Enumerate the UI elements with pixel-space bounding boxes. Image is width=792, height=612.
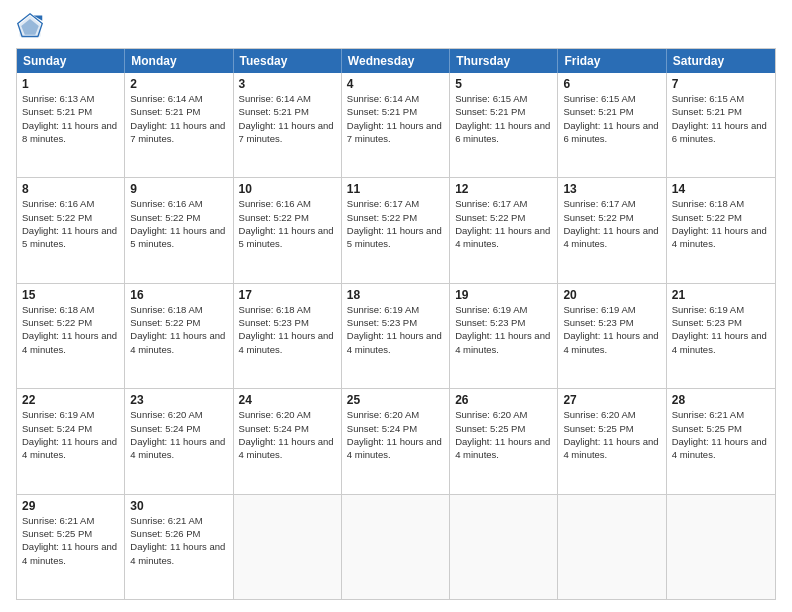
sunrise-line: Sunrise: 6:18 AM [672, 197, 770, 210]
sunset-line: Sunset: 5:21 PM [239, 105, 336, 118]
cal-day-cell-12: 12 Sunrise: 6:17 AM Sunset: 5:22 PM Dayl… [450, 178, 558, 282]
daylight-label: Daylight: 11 hours and 4 minutes. [455, 224, 552, 251]
cal-header-day-saturday: Saturday [667, 49, 775, 73]
daylight-label: Daylight: 11 hours and 4 minutes. [563, 435, 660, 462]
sunset-line: Sunset: 5:26 PM [130, 527, 227, 540]
sunrise-line: Sunrise: 6:19 AM [22, 408, 119, 421]
calendar: SundayMondayTuesdayWednesdayThursdayFrid… [16, 48, 776, 600]
day-number: 26 [455, 393, 552, 407]
daylight-label: Daylight: 11 hours and 4 minutes. [455, 435, 552, 462]
cal-header-day-friday: Friday [558, 49, 666, 73]
day-number: 28 [672, 393, 770, 407]
day-number: 15 [22, 288, 119, 302]
daylight-label: Daylight: 11 hours and 4 minutes. [130, 540, 227, 567]
cal-header-day-sunday: Sunday [17, 49, 125, 73]
sunrise-line: Sunrise: 6:21 AM [22, 514, 119, 527]
sunrise-line: Sunrise: 6:16 AM [22, 197, 119, 210]
day-number: 8 [22, 182, 119, 196]
daylight-label: Daylight: 11 hours and 4 minutes. [239, 329, 336, 356]
sunset-line: Sunset: 5:23 PM [563, 316, 660, 329]
day-number: 9 [130, 182, 227, 196]
sunrise-line: Sunrise: 6:15 AM [455, 92, 552, 105]
daylight-label: Daylight: 11 hours and 4 minutes. [672, 435, 770, 462]
cal-day-cell-25: 25 Sunrise: 6:20 AM Sunset: 5:24 PM Dayl… [342, 389, 450, 493]
sunrise-line: Sunrise: 6:16 AM [130, 197, 227, 210]
day-number: 21 [672, 288, 770, 302]
day-number: 17 [239, 288, 336, 302]
sunrise-line: Sunrise: 6:21 AM [130, 514, 227, 527]
cal-day-cell-28: 28 Sunrise: 6:21 AM Sunset: 5:25 PM Dayl… [667, 389, 775, 493]
sunset-line: Sunset: 5:22 PM [563, 211, 660, 224]
sunrise-line: Sunrise: 6:20 AM [239, 408, 336, 421]
cal-day-cell-16: 16 Sunrise: 6:18 AM Sunset: 5:22 PM Dayl… [125, 284, 233, 388]
sunset-line: Sunset: 5:22 PM [22, 211, 119, 224]
daylight-label: Daylight: 11 hours and 6 minutes. [672, 119, 770, 146]
cal-day-cell-13: 13 Sunrise: 6:17 AM Sunset: 5:22 PM Dayl… [558, 178, 666, 282]
cal-day-cell-5: 5 Sunrise: 6:15 AM Sunset: 5:21 PM Dayli… [450, 73, 558, 177]
sunset-line: Sunset: 5:24 PM [347, 422, 444, 435]
sunrise-line: Sunrise: 6:19 AM [347, 303, 444, 316]
cal-week-row-1: 1 Sunrise: 6:13 AM Sunset: 5:21 PM Dayli… [17, 73, 775, 178]
day-number: 7 [672, 77, 770, 91]
sunrise-line: Sunrise: 6:19 AM [563, 303, 660, 316]
cal-day-cell-26: 26 Sunrise: 6:20 AM Sunset: 5:25 PM Dayl… [450, 389, 558, 493]
daylight-label: Daylight: 11 hours and 8 minutes. [22, 119, 119, 146]
cal-header-day-monday: Monday [125, 49, 233, 73]
cal-day-cell-24: 24 Sunrise: 6:20 AM Sunset: 5:24 PM Dayl… [234, 389, 342, 493]
day-number: 24 [239, 393, 336, 407]
day-number: 30 [130, 499, 227, 513]
daylight-label: Daylight: 11 hours and 4 minutes. [563, 224, 660, 251]
daylight-label: Daylight: 11 hours and 4 minutes. [455, 329, 552, 356]
sunrise-line: Sunrise: 6:15 AM [563, 92, 660, 105]
day-number: 5 [455, 77, 552, 91]
day-number: 4 [347, 77, 444, 91]
cal-empty-cell [234, 495, 342, 599]
sunrise-line: Sunrise: 6:20 AM [347, 408, 444, 421]
daylight-label: Daylight: 11 hours and 4 minutes. [130, 435, 227, 462]
day-number: 19 [455, 288, 552, 302]
sunset-line: Sunset: 5:23 PM [455, 316, 552, 329]
cal-day-cell-15: 15 Sunrise: 6:18 AM Sunset: 5:22 PM Dayl… [17, 284, 125, 388]
cal-empty-cell [450, 495, 558, 599]
sunrise-line: Sunrise: 6:19 AM [455, 303, 552, 316]
page: SundayMondayTuesdayWednesdayThursdayFrid… [0, 0, 792, 612]
sunset-line: Sunset: 5:22 PM [239, 211, 336, 224]
sunrise-line: Sunrise: 6:14 AM [347, 92, 444, 105]
daylight-label: Daylight: 11 hours and 5 minutes. [130, 224, 227, 251]
cal-week-row-5: 29 Sunrise: 6:21 AM Sunset: 5:25 PM Dayl… [17, 495, 775, 599]
daylight-label: Daylight: 11 hours and 4 minutes. [22, 435, 119, 462]
daylight-label: Daylight: 11 hours and 7 minutes. [130, 119, 227, 146]
sunset-line: Sunset: 5:25 PM [455, 422, 552, 435]
daylight-label: Daylight: 11 hours and 4 minutes. [22, 329, 119, 356]
day-number: 12 [455, 182, 552, 196]
cal-header-day-thursday: Thursday [450, 49, 558, 73]
cal-empty-cell [342, 495, 450, 599]
day-number: 13 [563, 182, 660, 196]
day-number: 14 [672, 182, 770, 196]
sunset-line: Sunset: 5:22 PM [22, 316, 119, 329]
daylight-label: Daylight: 11 hours and 6 minutes. [563, 119, 660, 146]
sunset-line: Sunset: 5:23 PM [672, 316, 770, 329]
sunrise-line: Sunrise: 6:21 AM [672, 408, 770, 421]
day-number: 22 [22, 393, 119, 407]
daylight-label: Daylight: 11 hours and 4 minutes. [22, 540, 119, 567]
cal-header-day-wednesday: Wednesday [342, 49, 450, 73]
day-number: 25 [347, 393, 444, 407]
sunset-line: Sunset: 5:21 PM [455, 105, 552, 118]
sunset-line: Sunset: 5:22 PM [455, 211, 552, 224]
cal-day-cell-9: 9 Sunrise: 6:16 AM Sunset: 5:22 PM Dayli… [125, 178, 233, 282]
day-number: 20 [563, 288, 660, 302]
cal-day-cell-8: 8 Sunrise: 6:16 AM Sunset: 5:22 PM Dayli… [17, 178, 125, 282]
sunset-line: Sunset: 5:22 PM [130, 316, 227, 329]
cal-day-cell-2: 2 Sunrise: 6:14 AM Sunset: 5:21 PM Dayli… [125, 73, 233, 177]
daylight-label: Daylight: 11 hours and 5 minutes. [239, 224, 336, 251]
sunrise-line: Sunrise: 6:16 AM [239, 197, 336, 210]
cal-empty-cell [667, 495, 775, 599]
cal-day-cell-22: 22 Sunrise: 6:19 AM Sunset: 5:24 PM Dayl… [17, 389, 125, 493]
sunset-line: Sunset: 5:22 PM [130, 211, 227, 224]
sunrise-line: Sunrise: 6:19 AM [672, 303, 770, 316]
cal-day-cell-3: 3 Sunrise: 6:14 AM Sunset: 5:21 PM Dayli… [234, 73, 342, 177]
cal-header-day-tuesday: Tuesday [234, 49, 342, 73]
daylight-label: Daylight: 11 hours and 7 minutes. [239, 119, 336, 146]
daylight-label: Daylight: 11 hours and 4 minutes. [563, 329, 660, 356]
